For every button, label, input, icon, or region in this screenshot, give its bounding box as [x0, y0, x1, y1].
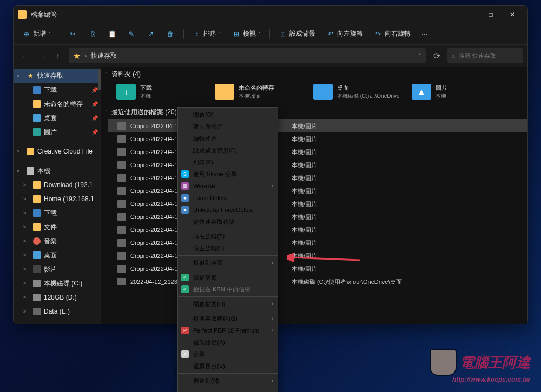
sidebar-item[interactable]: >桌面	[14, 248, 101, 262]
view-icon: ⊞	[232, 30, 241, 38]
search-input[interactable]: ⌕ 搜尋 快速存取	[447, 48, 523, 63]
pin-icon: 📌	[91, 101, 98, 107]
menu-item[interactable]: ■Unlock by ForceDelete	[178, 204, 278, 216]
sort-button[interactable]: ↕排序˅	[188, 26, 226, 42]
sidebar-item[interactable]: >Download (192.1	[14, 178, 101, 192]
chevron-right-icon: ›	[272, 301, 273, 307]
close-button[interactable]: ✕	[502, 6, 523, 23]
file-row[interactable]: Cropro-2022-04-13-09本機\圖片	[108, 210, 527, 223]
file-row[interactable]: Cropro-2022-04-13-08本機\圖片	[108, 262, 527, 275]
menu-item[interactable]: 開啟檔案(H)›	[178, 298, 278, 310]
menu-item[interactable]: 開啟(O)	[178, 109, 278, 121]
sidebar-item[interactable]: 圖片📌	[14, 125, 101, 139]
refresh-button[interactable]: ⟳	[429, 48, 444, 63]
sidebar-item[interactable]: 未命名的轉存📌	[14, 97, 101, 111]
file-location: 本機\圖片	[292, 161, 317, 169]
minimize-button[interactable]: —	[458, 6, 480, 23]
more-button[interactable]: ⋯	[417, 26, 432, 42]
folder-location: 本機\桌面	[239, 92, 274, 100]
cut-button[interactable]: ✂	[64, 26, 82, 42]
menu-item[interactable]: 授與存取權給(G)›	[178, 313, 278, 324]
forward-button[interactable]: →	[34, 48, 49, 63]
menu-item[interactable]: ▦WinRAR›	[178, 180, 278, 192]
sidebar-item[interactable]: >Data (E:)	[14, 304, 101, 318]
file-row[interactable]: Cropro-2022-04-13-09本機\圖片	[108, 158, 527, 171]
separator	[60, 29, 60, 39]
menu-item[interactable]: ↗分享	[178, 348, 278, 360]
paste-button[interactable]: 📋	[103, 26, 121, 42]
menu-item[interactable]: ✓掃描病毒	[178, 271, 278, 283]
copy-button[interactable]: ⎘	[84, 26, 101, 42]
watermark: 電腦王阿達 http://www.kocpc.com.tw	[430, 349, 530, 376]
set-bg-button[interactable]: ⊡設成背景	[274, 26, 320, 42]
menu-item[interactable]: 向左旋轉(L)	[178, 242, 278, 254]
sidebar-item[interactable]: >128GB (D:)	[14, 290, 101, 304]
menu-item[interactable]: 設成桌面背景(B)	[178, 144, 278, 156]
file-row[interactable]: Cropro-2022-04-13-08本機\圖片	[108, 236, 527, 249]
rotate-left-button[interactable]: ↶向左旋轉	[322, 26, 367, 42]
menu-item[interactable]: 傳送到(N)›	[178, 375, 278, 387]
file-row[interactable]: Cropro-2022-04-13-09本機\圖片	[108, 223, 527, 236]
menu-item[interactable]: 從快速存取移除	[178, 216, 278, 228]
sidebar-item[interactable]: 下載📌	[14, 83, 101, 97]
sidebar-item[interactable]: v本機	[14, 164, 101, 178]
file-row[interactable]: Cropro-2022-04-13-09本機\圖片	[108, 197, 527, 210]
menu-item-label: Force Delete	[193, 195, 227, 201]
address-input[interactable]: ★ › 快速存取 ˅	[69, 48, 426, 63]
sidebar-item[interactable]: >本機磁碟 (C:)	[14, 276, 101, 290]
menu-item[interactable]: 投射到裝置›	[178, 257, 278, 269]
menu-item[interactable]: 複製路徑(A)	[178, 336, 278, 348]
folder-item[interactable]: 未命名的轉存本機\桌面	[215, 84, 307, 100]
menu-item[interactable]: 列印(P)	[178, 156, 278, 168]
file-row[interactable]: Cropro-2022-04-13-08本機\圖片	[108, 249, 527, 262]
maximize-button[interactable]: □	[480, 6, 502, 23]
folder-item[interactable]: 桌面本機磁碟 (C:)\...\OneDrive	[313, 84, 405, 100]
menu-item[interactable]: 複製(C)	[178, 389, 278, 392]
menu-item[interactable]: ✓檢視在 KSN 中的信譽	[178, 283, 278, 295]
file-row[interactable]: Cropro-2022-04-13-09本機\圖片	[108, 184, 527, 197]
chevron-down-icon[interactable]: ˅	[418, 52, 421, 59]
file-row[interactable]: Cropro-2022-04-13-09本機\圖片	[108, 132, 527, 145]
menu-item[interactable]: 編輯相片	[178, 132, 278, 144]
sidebar-item[interactable]: >Creative Cloud File	[14, 144, 101, 158]
fold-pc-icon	[27, 167, 34, 175]
sidebar-item[interactable]: v★快速存取	[14, 69, 101, 83]
delete-button[interactable]: 🗑	[162, 26, 179, 42]
file-row[interactable]: Cropro-2022-04-13-09本機\圖片	[108, 119, 527, 132]
folder-item[interactable]: ▲圖片本機	[412, 84, 504, 100]
menu-item-icon: ✓	[181, 274, 189, 281]
menu-separator	[178, 270, 278, 270]
folder-item[interactable]: ↓下載本機	[116, 84, 208, 100]
file-row[interactable]: 2022-04-12_212338本機磁碟 (C:)\使用者\xfour\One…	[108, 275, 527, 288]
sidebar-item-label: 音樂	[44, 237, 57, 246]
file-row[interactable]: Cropro-2022-04-13-09本機\圖片	[108, 171, 527, 184]
sidebar-item[interactable]: >下載	[14, 206, 101, 220]
menu-item[interactable]: 向右旋轉(T)	[178, 230, 278, 242]
folder-location: 本機	[140, 92, 152, 100]
menu-item[interactable]: PPerfect PDF 10 Premium›	[178, 324, 278, 336]
fold-yel-icon	[27, 148, 34, 155]
new-button[interactable]: ⊕ 新增 ˅	[18, 26, 55, 42]
scrollbar[interactable]	[98, 69, 101, 90]
share-button[interactable]: ↗	[142, 26, 160, 42]
sidebar-item[interactable]: >影片	[14, 262, 101, 276]
sidebar-item[interactable]: >音樂	[14, 234, 101, 248]
recent-header[interactable]: ˅ 最近使用過的檔案 (20)	[101, 104, 527, 119]
sidebar-item[interactable]: 桌面📌	[14, 111, 101, 125]
rotate-right-button[interactable]: ↷向右旋轉	[370, 26, 415, 42]
pin-icon: 📌	[91, 87, 98, 93]
back-button[interactable]: ←	[18, 48, 33, 63]
menu-item[interactable]: ■Force Delete	[178, 192, 278, 204]
folders-header[interactable]: ˅ 資料夾 (4)	[101, 67, 527, 82]
rename-button[interactable]: ✎	[123, 26, 140, 42]
up-button[interactable]: ↑	[50, 48, 65, 63]
sidebar-item[interactable]: >Home (192.168.1	[14, 192, 101, 206]
sidebar-item[interactable]: >文件	[14, 220, 101, 234]
view-button[interactable]: ⊞檢視˅	[228, 26, 265, 42]
file-row[interactable]: Cropro-2022-04-13-09本機\圖片	[108, 145, 527, 158]
file-location: 本機\圖片	[292, 252, 317, 260]
menu-item[interactable]: S使用 Skype 分享	[178, 168, 278, 180]
menu-item[interactable]: 建立新影片	[178, 121, 278, 132]
menu-item[interactable]: 還原舊版(V)	[178, 360, 278, 372]
sidebar-item-label: 下載	[44, 209, 57, 218]
